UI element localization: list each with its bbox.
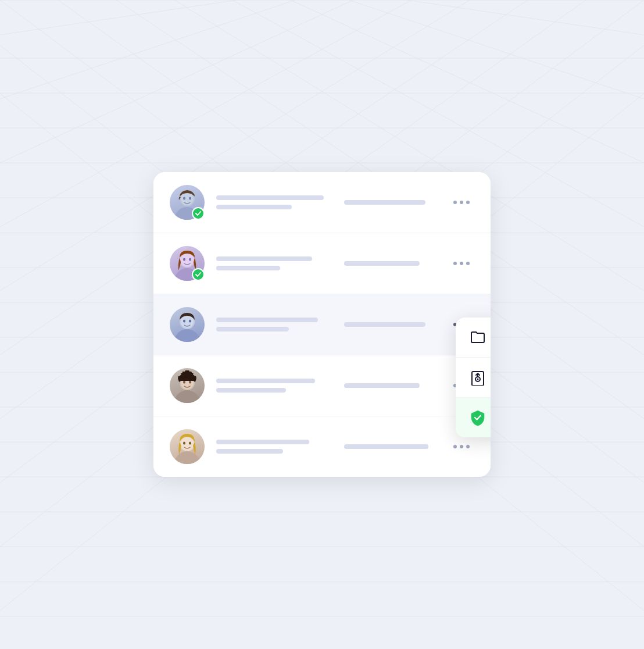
avatar	[170, 368, 205, 403]
verified-badge	[192, 268, 205, 281]
svg-point-50	[174, 329, 200, 342]
menu-item-view-backups[interactable]: View Backups	[456, 318, 491, 358]
status-line	[344, 200, 425, 205]
svg-point-66	[183, 442, 185, 445]
name-line	[216, 379, 315, 383]
avatar-wrap	[170, 185, 205, 220]
dot	[466, 262, 470, 265]
svg-point-48	[183, 258, 185, 261]
svg-point-62	[189, 381, 191, 384]
dot	[453, 445, 457, 448]
svg-point-57	[477, 379, 479, 380]
dot	[466, 445, 470, 448]
dot	[453, 262, 457, 265]
user-info	[216, 318, 344, 331]
user-row	[153, 416, 491, 477]
name-line	[216, 195, 324, 200]
avatar	[170, 429, 205, 464]
more-options-button[interactable]	[449, 440, 474, 453]
text-lines	[216, 379, 344, 393]
svg-point-44	[189, 197, 191, 200]
dot	[460, 201, 463, 204]
more-options-button[interactable]	[449, 257, 474, 270]
user-status	[344, 261, 437, 266]
text-lines	[216, 440, 344, 454]
avatar	[170, 307, 205, 342]
user-info	[216, 440, 344, 454]
user-row-active: View Backups Backup Now	[153, 294, 491, 355]
svg-point-49	[189, 258, 191, 261]
name-line	[216, 256, 312, 261]
svg-point-61	[183, 381, 185, 384]
detail-line	[216, 266, 280, 270]
name-line	[216, 440, 309, 444]
detail-line	[216, 449, 283, 454]
svg-point-63	[174, 451, 200, 464]
upload-icon	[468, 368, 487, 387]
avatar-wrap	[170, 246, 205, 281]
avatar-wrap	[170, 429, 205, 464]
user-info	[216, 379, 344, 393]
user-info	[216, 256, 344, 270]
name-line	[216, 318, 318, 322]
main-wrapper: View Backups Backup Now	[153, 172, 491, 477]
user-list-card: View Backups Backup Now	[153, 172, 491, 477]
context-menu: View Backups Backup Now	[456, 318, 491, 437]
svg-point-43	[183, 197, 185, 200]
shield-check-icon	[468, 408, 487, 427]
avatar-wrap	[170, 368, 205, 403]
detail-line	[216, 327, 289, 331]
dot	[460, 262, 463, 265]
folder-icon	[468, 328, 487, 347]
svg-point-58	[174, 390, 200, 403]
dot	[453, 201, 457, 204]
status-line	[344, 383, 420, 388]
avatar-wrap	[170, 307, 205, 342]
status-line	[344, 444, 428, 449]
detail-line	[216, 388, 286, 393]
text-lines	[216, 318, 344, 331]
detail-line	[216, 205, 292, 209]
user-status	[344, 322, 437, 327]
status-line	[344, 322, 425, 327]
text-lines	[216, 256, 344, 270]
text-lines	[216, 195, 344, 209]
more-options-button[interactable]	[449, 196, 474, 209]
user-status	[344, 383, 437, 388]
menu-item-backup-now[interactable]: Backup Now	[456, 358, 491, 398]
user-row	[153, 355, 491, 416]
dot	[460, 445, 463, 448]
user-row	[153, 172, 491, 233]
user-row	[153, 233, 491, 294]
svg-point-54	[189, 320, 191, 323]
status-line	[344, 261, 420, 266]
user-status	[344, 200, 437, 205]
svg-point-53	[183, 320, 185, 323]
menu-item-enable-backups[interactable]: Enable Backups	[456, 398, 491, 437]
verified-badge	[192, 207, 205, 220]
user-info	[216, 195, 344, 209]
svg-point-67	[189, 442, 191, 445]
user-status	[344, 444, 437, 449]
dot	[466, 201, 470, 204]
